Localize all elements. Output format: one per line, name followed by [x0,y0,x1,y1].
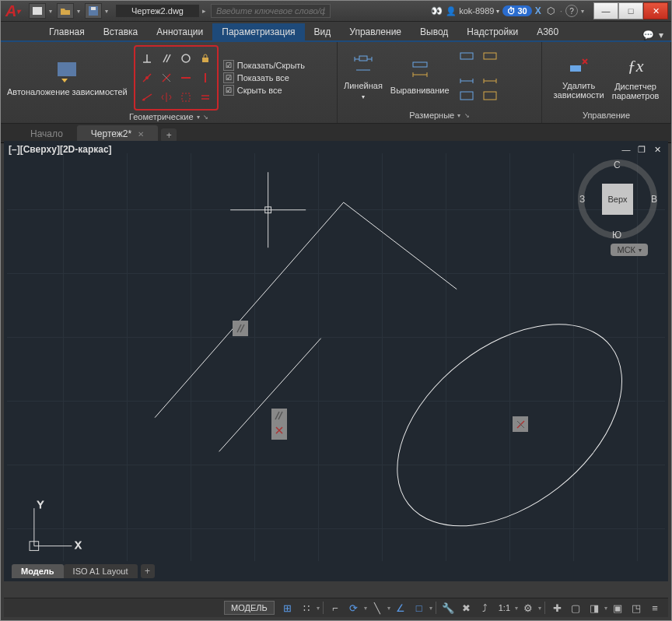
isodraft-icon[interactable]: ╲ [369,600,386,616]
svg-rect-15 [570,65,581,72]
gear-icon[interactable]: ⚙ [520,600,537,616]
auto-constrain-button[interactable]: Автоналожение зависимостей [5,58,129,98]
binoculars-icon[interactable]: 👀 [430,5,443,17]
viewcube-face-top[interactable]: Верх [602,184,633,215]
model-space-toggle[interactable]: МОДЕЛЬ [224,601,275,615]
hide-all-button[interactable]: ☑Скрыть все [223,85,305,96]
viewcube[interactable]: Верх С Ю В З [583,164,653,234]
tangent-icon[interactable] [177,50,194,67]
clean-icon[interactable]: ◳ [628,600,645,616]
scale-label[interactable]: 1:1 [495,603,513,612]
dim-show-2-icon[interactable] [479,50,501,67]
equal-icon[interactable] [177,89,194,106]
new-icon[interactable] [29,3,46,19]
close-button[interactable]: ✕ [643,2,668,19]
tab-parametric[interactable]: Параметризация [212,23,304,40]
symmetric-icon[interactable] [158,89,175,106]
layout-tab-model[interactable]: Модель [12,564,64,578]
doc-tab-active[interactable]: Чертеж2*✕ [77,125,158,142]
svg-rect-13 [460,92,473,100]
tab-view[interactable]: Вид [305,23,341,40]
parallel-icon[interactable] [158,50,175,67]
constraint-badge-tangent[interactable] [513,416,528,432]
save-icon[interactable] [85,3,102,19]
dim-show-5-icon[interactable] [456,87,478,104]
dim-show-3-icon[interactable] [456,68,478,86]
ribbon-overflow-icon[interactable]: ▾ [659,30,663,40]
transparency-icon[interactable]: ✖ [458,600,475,616]
tab-annotate[interactable]: Аннотации [147,23,212,40]
polar-toggle-icon[interactable]: ⟳ [345,600,362,616]
maximize-button[interactable]: □ [618,2,643,19]
app-logo-icon[interactable]: A▾ [5,2,24,20]
horizontal-icon[interactable] [177,69,194,86]
fix-icon[interactable] [197,50,214,67]
collinear-icon[interactable] [138,89,156,106]
panel-launcher-icon-2[interactable]: ▾ ↘ [457,112,469,119]
viewcube-north[interactable]: С [614,160,621,170]
concentric-icon[interactable] [158,69,175,86]
snap-toggle-icon[interactable]: ∷ [298,600,315,616]
trial-days-badge[interactable]: ⏱30 [502,5,531,16]
vertical-icon[interactable] [197,69,214,86]
drawing-area[interactable]: [–][Сверху][2D-каркас] — ❐ ✕ X Y [4,141,668,581]
panel-dimensional: Линейная▾ Выравнивание Размерные▾ ↘ [338,42,542,123]
tab-home[interactable]: Главная [40,23,94,40]
wcs-badge[interactable]: МСК▾ [611,244,648,256]
annotation-icon[interactable]: ⤴ [477,600,494,616]
dim-show-6-icon[interactable] [479,87,501,104]
exchange-icon[interactable]: X [535,5,541,16]
show-hide-button[interactable]: ☑Показать/Скрыть [223,60,305,71]
linear-dim-icon [352,54,375,78]
osnap-toggle-icon[interactable]: ∠ [392,600,409,616]
tab-a360[interactable]: A360 [527,23,568,40]
help-icon[interactable]: ? [565,5,578,17]
constraint-badge-stack[interactable] [271,409,287,440]
customize-icon[interactable]: ≡ [646,600,663,616]
monitor-icon[interactable]: ▢ [567,600,584,616]
tab-manage[interactable]: Управление [340,23,411,40]
perpendicular-icon[interactable] [138,50,156,67]
featured-apps-icon[interactable]: 💬 [642,30,654,40]
new-layout-button[interactable]: + [141,564,155,578]
tab-output[interactable]: Вывод [411,23,457,40]
tab-addins[interactable]: Надстройки [457,23,527,40]
user-menu[interactable]: 👤 kok-8989 ▾ [446,6,499,16]
linear-dim-button[interactable]: Линейная▾ [342,53,384,102]
svg-rect-10 [413,62,427,67]
a360-icon[interactable]: ⬡ [544,5,557,17]
show-all-button[interactable]: ☑Показать все [223,72,305,83]
svg-point-6 [145,76,149,79]
panel-manage-title: Управление [583,111,630,120]
coincident-icon[interactable] [138,69,156,86]
delete-constraints-button[interactable]: Удалить зависимости [552,53,606,101]
workspace-icon[interactable]: ✚ [548,600,565,616]
panel-launcher-icon[interactable]: ▾ ↘ [197,114,208,121]
titlebar-right: 👀 👤 kok-8989 ▾ ⏱30 X ⬡ · ? ▾ — □ ✕ [430,2,671,19]
close-tab-icon[interactable]: ✕ [138,130,144,139]
isolate-icon[interactable]: ▣ [609,600,626,616]
viewcube-west[interactable]: З [579,194,585,205]
svg-text:X: X [75,540,82,551]
constraint-badge-parallel-1[interactable] [233,321,248,336]
minimize-button[interactable]: — [593,2,618,19]
dim-show-icon[interactable] [456,50,478,67]
align-dim-button[interactable]: Выравнивание [389,58,451,96]
search-input[interactable] [211,4,331,18]
document-title: Чертеж2.dwg [116,5,199,17]
doc-tab-start[interactable]: Начало [16,125,77,142]
tab-insert[interactable]: Вставка [94,23,148,40]
open-icon[interactable] [57,3,74,19]
grid-toggle-icon[interactable]: ⊞ [279,600,296,616]
layout-tab-iso[interactable]: ISO A1 Layout [64,564,138,578]
osnap2-icon[interactable]: □ [411,600,428,616]
recent-arrow-icon[interactable]: ▸ [202,7,206,15]
ortho-toggle-icon[interactable]: ⌐ [327,600,344,616]
units-icon[interactable]: ◨ [586,600,603,616]
smooth-icon[interactable] [197,89,214,106]
viewcube-east[interactable]: В [651,194,657,205]
dim-show-4-icon[interactable] [479,68,501,86]
viewcube-south[interactable]: Ю [612,230,621,240]
lineweight-icon[interactable]: 🔧 [439,600,457,616]
parameters-manager-button[interactable]: ƒx Диспетчер параметров [611,52,661,102]
